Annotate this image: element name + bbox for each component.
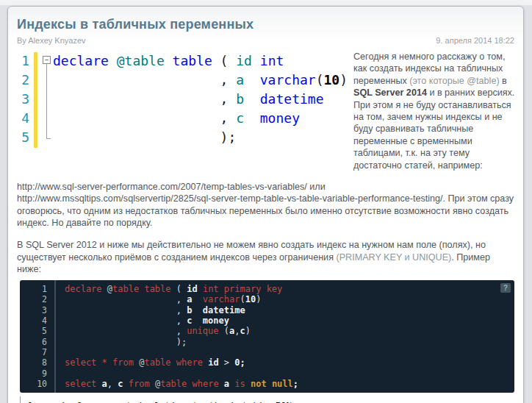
- sql-code-block: ? 1declare @table table ( id int primary…: [20, 280, 514, 393]
- blog-post-card: Индексы в табличных переменных By Alexey…: [7, 6, 524, 403]
- line-number: 9: [20, 368, 47, 379]
- code-line: 2 , a varchar(10): [16, 71, 347, 90]
- code-text: , a varchar(10): [53, 71, 348, 90]
- sql2012-paragraph: В SQL Server 2012 и ниже мы действительн…: [17, 239, 514, 275]
- post-author: By Alexey Knyazev: [17, 36, 86, 45]
- code-line: 1declare @table table ( id int: [16, 51, 347, 71]
- code-outline-line: [46, 64, 51, 139]
- code-text: declare @table table ( id int: [53, 51, 284, 71]
- text-segment: SQL Server 2014: [353, 88, 427, 98]
- page-top-strip: [0, 0, 532, 5]
- code-line: 9: [20, 368, 514, 379]
- code-line: 1declare @table table ( id int primary k…: [20, 284, 514, 294]
- code-line: 3 , b datetime: [16, 90, 347, 109]
- execution-plan-screenshot: Query 1: Query cost (relative to the bat…: [20, 396, 515, 403]
- code-line: 6 );: [20, 337, 514, 347]
- code-text: select a, c from @table where a is not n…: [47, 379, 298, 389]
- code-line: 3 , b datetime: [20, 305, 514, 315]
- code-line: 2 , a varchar(10): [20, 294, 514, 304]
- code-line: 10select a, c from @table where a is not…: [20, 379, 514, 389]
- line-number: 3: [20, 305, 47, 315]
- text-segment: в: [500, 76, 507, 86]
- post-date: 9. апреля 2014 18:22: [436, 36, 514, 45]
- code-line: 4 , c money: [16, 109, 347, 128]
- code-text: , b datetime: [47, 305, 245, 315]
- url-link[interactable]: http://www.sql-server-performance.com/20…: [17, 182, 307, 192]
- line-number: 1: [20, 284, 47, 294]
- line-number: 4: [20, 315, 47, 326]
- code-line: 8select * from @table where id > 0;: [20, 357, 514, 368]
- text-segment: (это которые @table): [409, 76, 499, 86]
- line-number: 1: [16, 51, 29, 71]
- line-number: 6: [20, 337, 47, 347]
- line-number: 5: [20, 326, 47, 336]
- line-number: 2: [16, 71, 29, 90]
- code-text: , c money: [47, 315, 229, 326]
- change-tracking-bar: [34, 52, 37, 148]
- text-segment: или: [307, 182, 326, 192]
- gutter-separator: [54, 280, 56, 393]
- code-text: select * from @table where id > 0;: [47, 357, 245, 368]
- code-text: , a varchar(10): [47, 294, 261, 304]
- code-line: 4 , c money: [20, 315, 514, 326]
- url-link[interactable]: http://www.mssqltips.com/sqlservertip/28…: [17, 193, 443, 204]
- line-number: 5: [16, 128, 29, 147]
- text-segment: (PRIMARY KEY и UNIQUE): [336, 252, 451, 263]
- post-meta: By Alexey Knyazev 9. апреля 2014 18:22: [17, 36, 514, 45]
- page-title: Индексы в табличных переменных: [17, 17, 515, 32]
- line-number: 4: [16, 109, 29, 128]
- line-number: 7: [20, 347, 47, 357]
- intro-paragraph: Сегодня я немного расскажу о том, как со…: [353, 49, 515, 171]
- code-line: 5 , unique (a,c): [20, 326, 514, 336]
- code-text: [47, 368, 70, 379]
- links-paragraph: http://www.sql-server-performance.com/20…: [17, 181, 514, 229]
- code-line: 7: [20, 347, 514, 357]
- line-number: 3: [16, 90, 29, 109]
- line-number: 2: [20, 294, 47, 304]
- help-icon[interactable]: ?: [500, 283, 511, 293]
- code-text: );: [53, 128, 236, 147]
- code-text: declare @table table ( id int primary ke…: [47, 284, 282, 294]
- intro-section: − 1declare @table table ( id int2 , a va…: [16, 49, 515, 171]
- text-segment: и в ранних версиях. При этом я не буду о…: [353, 88, 514, 170]
- collapse-minus-icon: −: [43, 56, 51, 64]
- code-text: );: [47, 337, 187, 347]
- ssms-code-screenshot: − 1declare @table table ( id int2 , a va…: [16, 49, 347, 152]
- code-text: , c money: [53, 109, 300, 128]
- code-line: 5 );: [16, 128, 347, 147]
- line-number: 8: [20, 357, 47, 368]
- code-text: , b datetime: [53, 90, 323, 109]
- line-number: 10: [20, 379, 47, 389]
- code-text: , unique (a,c): [47, 326, 251, 336]
- code-text: [47, 347, 70, 357]
